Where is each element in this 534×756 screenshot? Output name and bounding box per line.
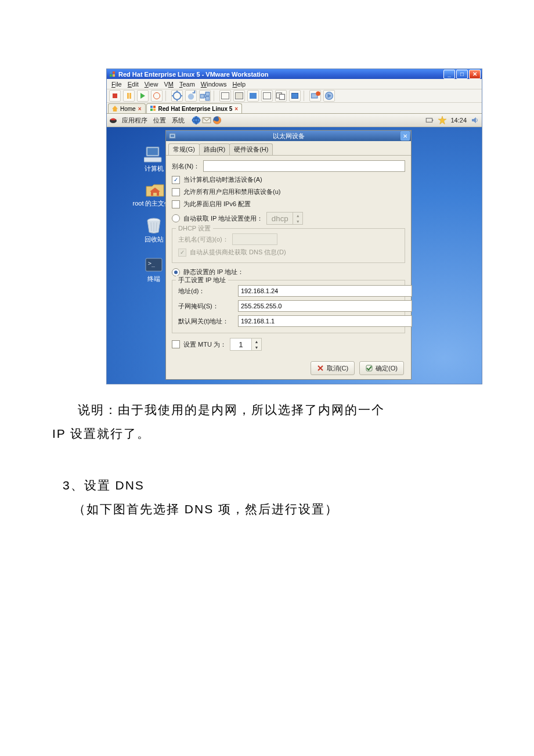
svg-rect-7: [205, 92, 209, 96]
mtu-input[interactable]: [230, 338, 252, 351]
svg-rect-8: [205, 96, 209, 100]
close-icon[interactable]: ×: [234, 106, 238, 112]
dnsinfo-checkbox: [178, 249, 186, 257]
svg-rect-16: [150, 106, 153, 108]
view5-button[interactable]: [275, 90, 287, 102]
svg-rect-0: [110, 71, 112, 74]
paragraph: （如下图首先选择 DNS 项，然后进行设置）: [52, 498, 485, 521]
tab-route[interactable]: 路由(R): [199, 143, 230, 155]
dnsinfo-label: 自动从提供商处获取 DNS 信息(D): [190, 248, 286, 257]
mail-icon[interactable]: [202, 116, 211, 125]
panel-places[interactable]: 位置: [152, 116, 167, 125]
menu-view[interactable]: View: [145, 81, 158, 88]
view3-button[interactable]: [247, 90, 259, 102]
view4-button[interactable]: [261, 90, 273, 102]
autoip-value: [266, 212, 293, 225]
section-heading: 3、设置 DNS: [52, 474, 485, 498]
manual-legend: 手工设置 IP 地址: [176, 276, 228, 285]
tab-general[interactable]: 常规(G): [168, 143, 200, 155]
svg-rect-18: [150, 109, 153, 111]
menu-team[interactable]: Team: [179, 81, 195, 88]
poweron-button[interactable]: [137, 90, 149, 102]
vm-icon: [150, 106, 156, 111]
terminal-icon: >_: [143, 256, 164, 273]
close-icon[interactable]: ×: [138, 106, 142, 112]
panel-applications[interactable]: 应用程序: [121, 116, 149, 125]
gnome-desktop: 计算机 root 的主文件夹 回收站 >_ 终端 以太网设备 ✕: [107, 127, 482, 384]
replay-button[interactable]: [323, 90, 335, 102]
reset-button[interactable]: [151, 90, 163, 102]
netmask-input[interactable]: [238, 300, 412, 312]
menu-windows[interactable]: Windows: [201, 81, 227, 88]
hostname-input: [232, 233, 277, 245]
browser-icon[interactable]: [192, 116, 201, 125]
menu-help[interactable]: Help: [232, 81, 246, 88]
activate-checkbox[interactable]: [172, 176, 180, 184]
dialog-close-button[interactable]: ✕: [400, 131, 410, 141]
autoip-radio[interactable]: [172, 214, 180, 222]
cancel-icon: [317, 365, 324, 372]
dialog-tabs: 常规(G) 路由(R) 硬件设备(H): [166, 141, 411, 156]
vmware-window: Red Hat Enterprise Linux 5 - VMware Work…: [106, 69, 482, 384]
tab-hardware[interactable]: 硬件设备(H): [229, 143, 273, 155]
svg-rect-29: [144, 157, 161, 162]
vm-tabs: Home × Red Hat Enterprise Linux 5 ×: [107, 103, 482, 114]
menu-file[interactable]: FFileile: [111, 81, 122, 88]
app-toolbar: [107, 89, 482, 103]
computer-icon: [143, 146, 164, 163]
activate-label: 当计算机启动时激活设备(A): [183, 175, 262, 184]
address-input[interactable]: [238, 285, 412, 297]
poweroff-button[interactable]: [109, 90, 121, 102]
tab-rhel[interactable]: Red Hat Enterprise Linux 5 ×: [146, 103, 243, 113]
svg-rect-17: [153, 106, 156, 108]
folder-home-icon: [145, 181, 165, 198]
record-button[interactable]: [309, 90, 321, 102]
svg-rect-6: [200, 94, 204, 98]
close-button[interactable]: ✕: [469, 70, 481, 79]
snapmgr-button[interactable]: [199, 90, 211, 102]
snapshot-button[interactable]: [171, 90, 183, 102]
svg-rect-28: [147, 148, 158, 155]
mtu-label: 设置 MTU 为：: [183, 340, 226, 349]
battery-icon[interactable]: [425, 116, 434, 125]
manual-fieldset: 手工设置 IP 地址 地址(d)： 子网掩码(S)： 默认网关(t)地址：: [172, 280, 405, 333]
autoip-select: ▲▼: [266, 212, 303, 225]
panel-system[interactable]: 系统: [171, 116, 186, 125]
menu-vm[interactable]: VM: [164, 81, 174, 88]
suspend-button[interactable]: [123, 90, 135, 102]
document-body: 说明：由于我使用的是内网，所以选择了内网的一个 IP 设置就行了。 3、设置 D…: [49, 398, 485, 521]
svg-point-4: [174, 92, 181, 100]
tab-home[interactable]: Home ×: [108, 103, 146, 113]
maximize-button[interactable]: □: [456, 70, 468, 79]
updates-icon[interactable]: [438, 116, 447, 125]
dhcp-legend: DHCP 设置: [176, 224, 213, 233]
nickname-input[interactable]: [203, 160, 405, 172]
static-label: 静态设置的 IP 地址：: [183, 268, 244, 276]
view1-button[interactable]: [219, 90, 231, 102]
volume-icon[interactable]: [470, 116, 479, 125]
mtu-checkbox[interactable]: [172, 340, 180, 348]
svg-rect-37: [171, 135, 174, 137]
firefox-icon[interactable]: [212, 116, 222, 125]
view6-button[interactable]: [289, 90, 301, 102]
menu-edit[interactable]: Edit: [128, 81, 139, 88]
ipv6-checkbox[interactable]: [172, 200, 180, 208]
home-icon: [112, 106, 118, 111]
ok-button[interactable]: 确定(O): [359, 361, 404, 375]
ipv6-label: 为此界面启用 IPv6 配置: [183, 200, 251, 208]
panel-clock[interactable]: 14:24: [450, 117, 467, 124]
hostname-label: 主机名(可选)(o)：: [178, 235, 229, 244]
allowusers-checkbox[interactable]: [172, 188, 180, 196]
window-title: Red Hat Enterprise Linux 5 - VMware Work…: [118, 71, 443, 78]
mtu-spinner[interactable]: ▲▼: [230, 338, 262, 351]
view2-button[interactable]: [233, 90, 245, 102]
gnome-panel: 应用程序 位置 系统 14:24: [107, 114, 482, 127]
netmask-label: 子网掩码(S)：: [178, 302, 233, 311]
revert-button[interactable]: [185, 90, 197, 102]
cancel-button[interactable]: 取消(C): [311, 361, 355, 375]
static-radio[interactable]: [172, 268, 180, 276]
minimize-button[interactable]: _: [443, 70, 455, 79]
dhcp-fieldset: DHCP 设置 主机名(可选)(o)： 自动从提供商处获取 DNS 信息(D): [172, 228, 405, 263]
gateway-input[interactable]: [238, 315, 412, 327]
svg-rect-19: [153, 109, 156, 111]
